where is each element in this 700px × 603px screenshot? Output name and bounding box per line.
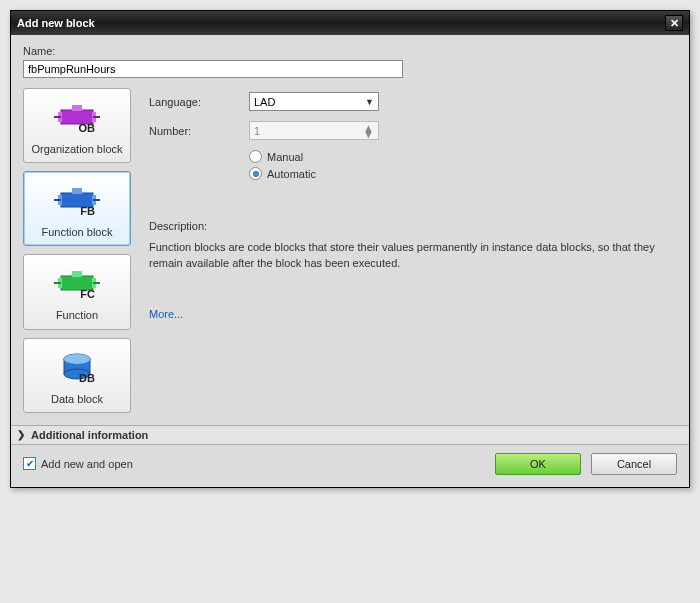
description-title: Description:	[149, 220, 667, 232]
block-type-label: Function block	[26, 226, 128, 239]
fc-icon: FC	[26, 263, 128, 305]
manual-radio[interactable]	[249, 150, 262, 163]
additional-information-header[interactable]: ❯ Additional information	[11, 425, 689, 445]
number-value: 1	[254, 125, 260, 137]
svg-text:FB: FB	[80, 205, 95, 217]
close-button[interactable]: ✕	[665, 15, 683, 31]
automatic-radio-row[interactable]: Automatic	[249, 167, 667, 180]
description-text: Function blocks are code blocks that sto…	[149, 240, 667, 272]
block-type-list: OB Organization block	[23, 88, 131, 413]
number-label: Number:	[149, 125, 249, 137]
block-type-fb[interactable]: FB Function block	[23, 171, 131, 246]
block-type-label: Function	[26, 309, 128, 322]
svg-rect-10	[72, 188, 82, 194]
block-type-db[interactable]: DB Data block	[23, 338, 131, 413]
ok-button[interactable]: OK	[495, 453, 581, 475]
ob-icon: OB	[26, 97, 128, 139]
more-link[interactable]: More...	[149, 308, 183, 320]
language-select[interactable]: LAD ▼	[249, 92, 379, 111]
cancel-button[interactable]: Cancel	[591, 453, 677, 475]
svg-text:FC: FC	[80, 288, 95, 300]
svg-point-24	[64, 354, 90, 364]
block-type-label: Organization block	[26, 143, 128, 156]
additional-information-label: Additional information	[31, 429, 148, 441]
spinner-buttons: ▲▼	[363, 125, 374, 137]
svg-rect-17	[72, 271, 82, 277]
db-icon: DB	[26, 347, 128, 389]
svg-text:DB: DB	[79, 372, 95, 384]
svg-rect-3	[72, 105, 82, 111]
automatic-radio-label: Automatic	[267, 168, 316, 180]
block-type-ob[interactable]: OB Organization block	[23, 88, 131, 163]
name-input[interactable]	[23, 60, 403, 78]
add-new-and-open-label: Add new and open	[41, 458, 133, 470]
dialog-title: Add new block	[17, 17, 95, 29]
manual-radio-row[interactable]: Manual	[249, 150, 667, 163]
manual-radio-label: Manual	[267, 151, 303, 163]
number-spinner: 1 ▲▼	[249, 121, 379, 140]
name-label: Name:	[23, 45, 677, 57]
automatic-radio[interactable]	[249, 167, 262, 180]
fb-icon: FB	[26, 180, 128, 222]
titlebar: Add new block ✕	[11, 11, 689, 35]
chevron-right-icon: ❯	[17, 429, 25, 440]
add-new-block-dialog: Add new block ✕ Name:	[10, 10, 690, 488]
language-value: LAD	[254, 96, 275, 108]
block-type-label: Data block	[26, 393, 128, 406]
settings-pane: Language: LAD ▼ Number: 1 ▲▼	[145, 88, 677, 413]
chevron-down-icon: ▼	[365, 97, 374, 107]
svg-text:OB: OB	[79, 122, 96, 134]
block-type-fc[interactable]: FC Function	[23, 254, 131, 329]
add-new-and-open-checkbox[interactable]: ✔	[23, 457, 36, 470]
language-label: Language:	[149, 96, 249, 108]
